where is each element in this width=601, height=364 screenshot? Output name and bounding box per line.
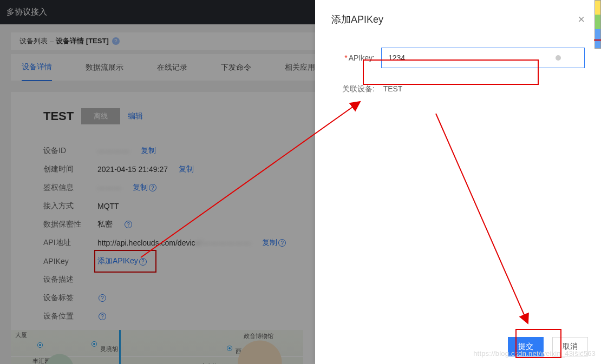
assoc-device: 关联设备: TEST bbox=[315, 84, 601, 94]
apikey-input[interactable] bbox=[381, 48, 585, 68]
help-icon[interactable]: ? bbox=[125, 221, 132, 228]
map-pin-icon bbox=[38, 343, 42, 347]
close-icon[interactable]: × bbox=[578, 14, 585, 25]
watermark: https://blog.csdn.net/weixin_43išić563 bbox=[473, 349, 596, 358]
assoc-device-value: TEST bbox=[383, 84, 403, 93]
help-icon[interactable]: ? bbox=[139, 258, 147, 266]
help-icon[interactable]: ? bbox=[99, 313, 106, 320]
copy-auth[interactable]: 复制 bbox=[133, 183, 148, 193]
help-icon[interactable]: ? bbox=[112, 37, 120, 45]
proto-value: MQTT bbox=[97, 202, 119, 210]
copy-id[interactable]: 复制 bbox=[141, 146, 156, 156]
panel-title: 添加APIKey bbox=[331, 13, 383, 26]
copy-created[interactable]: 复制 bbox=[179, 164, 194, 174]
device-id-value: ———— bbox=[97, 147, 130, 155]
help-icon[interactable]: ? bbox=[99, 294, 106, 302]
add-apikey-panel: 添加APIKey × *APIkey: 关联设备: TEST 提交 取消 bbox=[315, 0, 601, 364]
api-value: http://api.heclouds.com/device/—————— bbox=[97, 239, 251, 247]
secrecy-value: 私密 bbox=[97, 220, 113, 229]
auth-value: ——— bbox=[97, 183, 122, 192]
breadcrumb-current: 设备详情 [TEST] bbox=[56, 36, 109, 46]
breadcrumb-sep: – bbox=[50, 37, 54, 45]
input-status-icon bbox=[556, 55, 561, 61]
help-icon[interactable]: ? bbox=[149, 184, 156, 191]
apikey-label: *APIkey: bbox=[331, 54, 375, 62]
tab-detail[interactable]: 设备详情 bbox=[22, 54, 52, 81]
help-icon[interactable]: ? bbox=[278, 239, 286, 247]
color-ruler bbox=[595, 0, 601, 49]
edit-link[interactable]: 编辑 bbox=[128, 111, 143, 121]
tab-command[interactable]: 下发命令 bbox=[221, 54, 251, 81]
location-map[interactable]: 大厦 丰汇园小区 灵境胡 西单商场 府右街 西华门 政音博物馆 bbox=[11, 330, 303, 364]
copy-api[interactable]: 复制 bbox=[262, 238, 277, 248]
topbar-title: 多协议接入 bbox=[6, 7, 47, 17]
tab-apps[interactable]: 相关应用 bbox=[285, 54, 315, 81]
map-pin-icon bbox=[92, 342, 96, 346]
created-value: 2021-04-15 21:49:27 bbox=[97, 165, 168, 174]
tab-stream[interactable]: 数据流展示 bbox=[86, 54, 123, 81]
add-apikey-link[interactable]: 添加APIKey bbox=[97, 256, 138, 265]
status-badge-offline: 离线 bbox=[81, 108, 120, 124]
breadcrumb-root[interactable]: 设备列表 bbox=[19, 36, 48, 46]
tab-online[interactable]: 在线记录 bbox=[157, 54, 187, 81]
map-pin-icon bbox=[227, 346, 232, 350]
device-title: TEST bbox=[43, 109, 74, 123]
